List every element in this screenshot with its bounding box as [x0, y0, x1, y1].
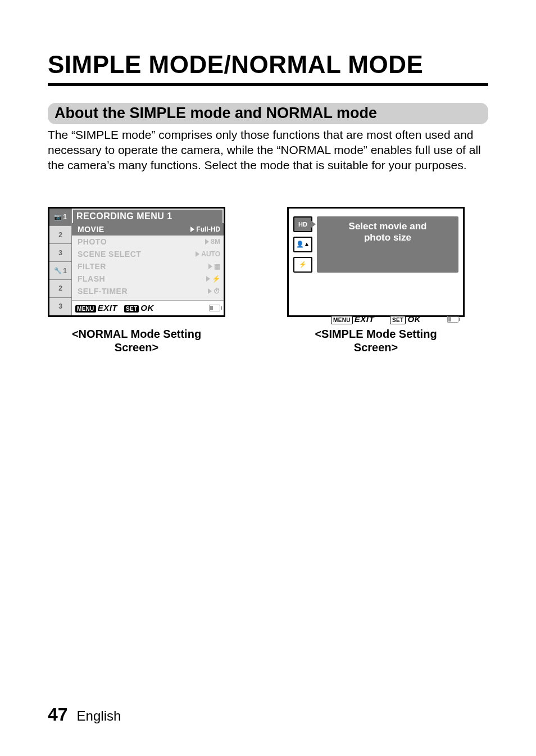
section-body: The “SIMPLE mode” comprises only those f…	[48, 128, 488, 173]
normal-mode-screen: 📷1 2 3 🔧1 2 3 RECORDING MENU 1 MOVIE Ful…	[48, 207, 225, 317]
icon-hd[interactable]: HD	[293, 216, 312, 232]
filter-icon: ▦	[214, 262, 220, 270]
footer-exit: MENU EXIT	[75, 303, 117, 313]
menu-item-scene-select[interactable]: SCENE SELECT AUTO	[72, 248, 224, 260]
page-language: English	[77, 708, 121, 724]
footer-ok: SET OK	[390, 314, 421, 324]
menu-footer: MENU EXIT SET OK	[72, 300, 224, 315]
icon-portrait[interactable]: 👤▲	[293, 237, 312, 252]
menu-pill-icon: MENU	[331, 316, 353, 324]
menu-value: AUTO	[201, 250, 220, 258]
person-icon: 👤▲	[296, 241, 310, 248]
set-pill-icon: SET	[390, 316, 406, 324]
wrench-icon: 🔧	[54, 267, 62, 274]
tab-2[interactable]: 2	[49, 226, 72, 244]
ok-label: OK	[407, 314, 421, 324]
arrow-right-icon	[205, 239, 209, 245]
figure-simple: HD 👤▲ ⚡ Select movie and photo size MENU…	[287, 207, 465, 354]
figure-caption-normal: <NORMAL Mode Setting Screen>	[48, 327, 225, 354]
menu-label: SELF-TIMER	[78, 287, 128, 296]
normal-menu-main: RECORDING MENU 1 MOVIE Full-HD PHOTO 8M …	[72, 209, 224, 315]
icon-flash[interactable]: ⚡	[293, 257, 312, 273]
menu-item-self-timer[interactable]: SELF-TIMER ⏱	[72, 285, 224, 297]
figure-caption-simple: <SIMPLE Mode Setting Screen>	[287, 327, 465, 354]
ok-label: OK	[140, 303, 154, 313]
battery-icon	[209, 305, 220, 311]
arrow-right-icon	[196, 251, 199, 257]
tab-label: 1	[63, 213, 67, 221]
page-number: 47	[48, 704, 68, 725]
flash-icon: ⚡	[299, 261, 307, 268]
section-heading: About the SIMPLE mode and NORMAL mode	[48, 103, 488, 124]
menu-value: 8M	[211, 238, 220, 246]
tab-column: 📷1 2 3 🔧1 2 3	[49, 209, 72, 315]
page-title: SIMPLE MODE/NORMAL MODE	[48, 51, 488, 86]
tab-label: 1	[63, 267, 67, 275]
menu-label: MOVIE	[78, 225, 105, 234]
menu-item-filter[interactable]: FILTER ▦	[72, 260, 224, 273]
arrow-right-icon	[208, 264, 212, 269]
simple-mode-screen: HD 👤▲ ⚡ Select movie and photo size MENU…	[287, 207, 465, 317]
arrow-right-icon	[190, 227, 194, 232]
menu-label: FILTER	[78, 262, 106, 271]
set-pill-icon: SET	[124, 305, 139, 313]
menu-item-movie[interactable]: MOVIE Full-HD	[72, 223, 224, 236]
figures-row: 📷1 2 3 🔧1 2 3 RECORDING MENU 1 MOVIE Ful…	[48, 207, 488, 354]
arrow-right-icon	[206, 276, 210, 282]
desc-line: Select movie and	[320, 221, 455, 232]
footer-ok: SET OK	[124, 303, 154, 313]
simple-description: Select movie and photo size	[317, 216, 458, 273]
document-page: SIMPLE MODE/NORMAL MODE About the SIMPLE…	[0, 0, 536, 756]
menu-item-photo[interactable]: PHOTO 8M	[72, 236, 224, 248]
tab-camera-1[interactable]: 📷1	[49, 209, 72, 227]
camera-icon: 📷	[54, 214, 62, 221]
tab-wrench-1[interactable]: 🔧1	[49, 262, 72, 280]
simple-side-icons: HD 👤▲ ⚡	[293, 216, 312, 273]
footer-exit: MENU EXIT	[331, 314, 374, 324]
menu-label: PHOTO	[78, 237, 107, 246]
exit-label: EXIT	[98, 303, 117, 313]
menu-header: RECORDING MENU 1	[73, 210, 222, 223]
menu-label: SCENE SELECT	[78, 250, 141, 259]
tab-3[interactable]: 3	[49, 244, 72, 262]
arrow-right-icon	[208, 288, 212, 294]
exit-label: EXIT	[355, 314, 374, 324]
menu-value: Full-HD	[196, 225, 220, 233]
desc-line: photo size	[320, 232, 455, 243]
tab-5[interactable]: 2	[49, 280, 72, 298]
flash-icon: ⚡	[212, 275, 220, 283]
timer-icon: ⏱	[214, 287, 220, 295]
tab-6[interactable]: 3	[49, 298, 72, 315]
menu-pill-icon: MENU	[75, 305, 96, 313]
page-footer: 47 English	[48, 704, 121, 725]
simple-footer: MENU EXIT SET OK	[289, 312, 463, 327]
menu-item-flash[interactable]: FLASH ⚡	[72, 273, 224, 285]
figure-normal: 📷1 2 3 🔧1 2 3 RECORDING MENU 1 MOVIE Ful…	[48, 207, 225, 354]
menu-label: FLASH	[78, 274, 105, 283]
battery-icon	[447, 316, 458, 323]
